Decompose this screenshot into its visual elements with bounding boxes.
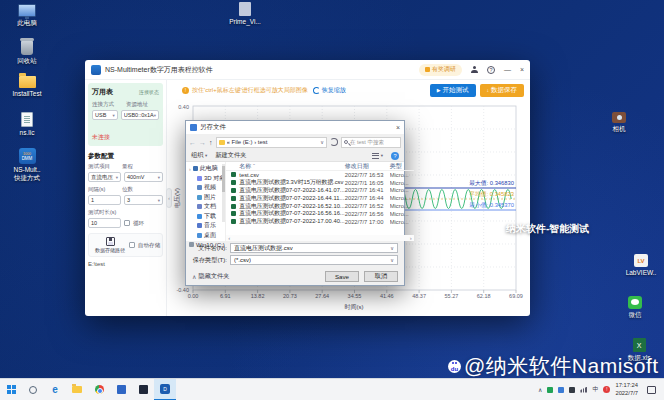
3d-folder-icon xyxy=(197,176,202,181)
autosave-checkbox[interactable] xyxy=(129,242,135,248)
camera-icon xyxy=(612,112,626,123)
tray-green-icon[interactable] xyxy=(547,387,553,393)
desktop-icon-installtest[interactable]: InstallTest xyxy=(4,76,50,98)
taskbar-clock[interactable]: 17:17:24 2022/7/7 xyxy=(615,382,638,397)
range-select[interactable]: 400mV▾ xyxy=(124,172,163,182)
tray-flag-icon[interactable] xyxy=(558,387,564,393)
digits-select[interactable]: 3▾ xyxy=(124,195,163,205)
data-save-button[interactable]: ↓数据保存 xyxy=(480,84,525,97)
desktop-icon-this-pc[interactable]: 此电脑 xyxy=(4,4,50,27)
promo-badge[interactable]: 有奖调研 xyxy=(419,64,462,76)
resource-select[interactable]: USB0::0x1A▾ xyxy=(121,110,159,120)
taskbar-app-dark[interactable] xyxy=(132,379,154,400)
file-icon xyxy=(239,2,251,16)
desktop-icon-wechat[interactable]: 微信 xyxy=(612,296,658,319)
x-tick: 20.73 xyxy=(283,293,297,299)
chart-toolbar: ! 按住'ctrl+鼠标左键'进行框选可放大局部图像 恢复缩放 ▶开始测试 ↓数… xyxy=(168,80,530,100)
nav-this-pc[interactable]: ›此电脑 xyxy=(186,164,225,174)
dialog-command-bar: 组织 ▾ 新建文件夹 ▾ ? xyxy=(186,150,404,162)
close-button[interactable]: × xyxy=(520,66,524,73)
minimize-button[interactable]: — xyxy=(504,66,511,73)
save-path-button[interactable]: 数据存储路径 xyxy=(91,237,129,253)
chrome-icon xyxy=(95,385,104,394)
nav-documents[interactable]: 文档 xyxy=(186,202,225,212)
taskbar-app-blue[interactable] xyxy=(110,379,132,400)
back-button[interactable]: ← xyxy=(189,139,196,146)
tray-camera-icon[interactable] xyxy=(569,387,575,393)
hide-folders-button[interactable]: ∧隐藏文件夹 xyxy=(192,272,229,281)
dmm-taskbar-icon: D xyxy=(160,384,170,394)
taskbar-explorer[interactable] xyxy=(66,379,88,400)
desktop-icon-label: Prime_Vi... xyxy=(222,18,268,26)
start-test-button[interactable]: ▶开始测试 xyxy=(430,84,476,97)
nav-pictures[interactable]: 图片 xyxy=(186,193,225,203)
address-path: « File (E:) › test xyxy=(227,139,268,145)
chevron-down-icon[interactable]: ∨ xyxy=(390,257,394,263)
taskbar-ns-multimeter-active[interactable]: D xyxy=(154,379,176,400)
save-button[interactable]: Save xyxy=(325,271,359,282)
desktop-icon-ns-lic[interactable]: ns.lic xyxy=(4,112,50,137)
dialog-close-button[interactable]: × xyxy=(396,124,400,131)
column-date[interactable]: 修改日期 xyxy=(345,162,390,171)
csv-file-icon xyxy=(231,172,236,177)
desktop-icon-ns-multimeter[interactable]: 1000 DMM NS-Mult..快捷方式 xyxy=(4,148,50,182)
search-box[interactable]: 在 test 中搜索 xyxy=(341,137,401,148)
folder-icon xyxy=(219,140,225,145)
address-bar[interactable]: « File (E:) › test ∨ xyxy=(216,137,328,148)
network-icon[interactable] xyxy=(580,387,587,393)
file-row[interactable]: 直流电压测试数据07-07-2022-17.00.40...2022/7/7 1… xyxy=(226,218,413,226)
tray-expand-icon[interactable]: ∧ xyxy=(538,386,542,393)
chevron-down-icon[interactable]: ∨ xyxy=(390,245,394,251)
conn-mode-select[interactable]: USB▾ xyxy=(92,110,118,120)
duration-input[interactable]: 10 xyxy=(88,218,121,228)
windows-logo-icon xyxy=(7,385,16,394)
nav-downloads[interactable]: 下载 xyxy=(186,212,225,222)
taskbar-edge[interactable]: e xyxy=(44,379,66,400)
address-dropdown-icon[interactable]: ∨ xyxy=(320,139,324,145)
help-icon[interactable]: ? xyxy=(487,66,495,74)
refresh-button[interactable] xyxy=(330,138,338,146)
column-name[interactable]: 名称 ˆ xyxy=(226,162,344,171)
reset-zoom-link[interactable]: 恢复缩放 xyxy=(322,86,346,95)
desktop-icon-prime[interactable]: Prime_Vi... xyxy=(222,2,268,26)
desktop-icon-recycle-bin[interactable]: 回收站 xyxy=(4,40,50,65)
save-file-dialog: 另存文件 × ← → ↑ « File (E:) › test ∨ 在 test… xyxy=(185,120,405,286)
test-item-select[interactable]: 直流电压▾ xyxy=(88,172,121,182)
taskbar-chrome[interactable] xyxy=(88,379,110,400)
tray-alert-icon[interactable]: ! xyxy=(603,386,610,393)
interval-input[interactable]: 1 xyxy=(88,195,121,205)
dialog-help-icon[interactable]: ? xyxy=(391,152,399,160)
x-tick: 13.82 xyxy=(251,293,265,299)
start-button[interactable] xyxy=(0,379,22,400)
filename-input[interactable]: 直流电压测试数据.csv ∨ xyxy=(230,243,398,253)
forward-button[interactable]: → xyxy=(199,139,206,146)
desktop-icon-labview[interactable]: LV LabVIEW.. xyxy=(618,254,664,277)
x-tick: 0.00 xyxy=(188,293,199,299)
x-axis-title: 时间(s) xyxy=(345,304,364,311)
up-button[interactable]: ↑ xyxy=(209,139,213,146)
column-type[interactable]: 类型 xyxy=(390,162,414,171)
cancel-button[interactable]: 取消 xyxy=(364,271,398,282)
input-indicator[interactable]: 中 xyxy=(592,385,598,394)
scroll-right-icon[interactable]: › xyxy=(410,235,412,241)
warning-icon: ! xyxy=(182,87,189,94)
organize-menu[interactable]: 组织 ▾ xyxy=(191,151,207,160)
nav-3d-objects[interactable]: 3D 对象 xyxy=(186,174,225,184)
connection-panel: 万用表 连接状态 连接方式 资源地址 USB▾ USB0::0x1A▾ 未连接 xyxy=(88,83,163,146)
nav-desktop[interactable]: 桌面 xyxy=(186,231,225,241)
nav-videos[interactable]: 视频 xyxy=(186,183,225,193)
filetype-select[interactable]: (*.csv) ∨ xyxy=(230,255,398,265)
action-center-icon[interactable] xyxy=(647,386,656,394)
download-icon: ↓ xyxy=(487,87,490,93)
range-label: 量程 xyxy=(122,163,133,170)
resource-label: 资源地址 xyxy=(126,101,148,108)
new-folder-button[interactable]: 新建文件夹 xyxy=(215,151,246,160)
taskbar-cortana[interactable] xyxy=(22,379,44,400)
loop-checkbox[interactable] xyxy=(124,220,130,226)
view-switcher[interactable]: ▾ xyxy=(372,153,383,159)
nav-music[interactable]: 音乐 xyxy=(186,221,225,231)
watermark-center: 纳米软件-智能测试 xyxy=(506,222,589,236)
disconnected-link[interactable]: 未连接 xyxy=(92,133,159,142)
desktop-icon-camera[interactable]: 相机 xyxy=(596,112,642,133)
user-icon[interactable] xyxy=(471,66,478,73)
